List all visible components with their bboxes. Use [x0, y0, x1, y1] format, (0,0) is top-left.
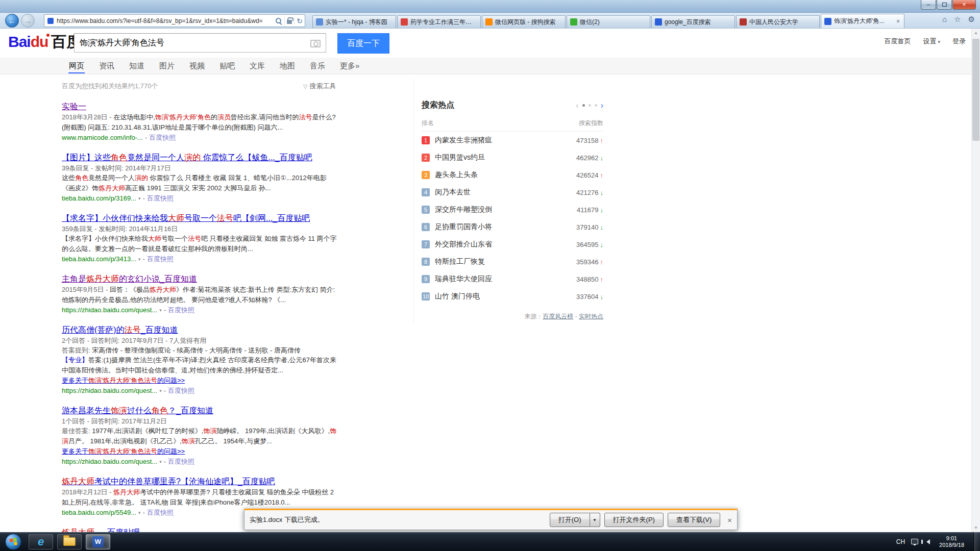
taskbar-ie-button[interactable]: e [29, 534, 53, 549]
link-baidu-home[interactable]: 百度首页 [884, 37, 911, 46]
baidu-search-button[interactable]: 百度一下 [337, 33, 389, 54]
search-icon[interactable] [275, 17, 282, 24]
baidu-logo[interactable]: Baidu百度 [8, 31, 82, 53]
browser-tab[interactable]: 微信网页版 - 搜狗搜索 [482, 15, 566, 28]
url-dropdown-icon[interactable]: ▾ [159, 305, 162, 315]
nav-tab-图片[interactable]: 图片 [159, 59, 175, 73]
hot-row[interactable]: 10山竹 澳门停电337604↓ [422, 288, 603, 305]
vertical-scrollbar[interactable]: ▲ ▼ [971, 29, 980, 532]
hot-keyword-link[interactable]: 山竹 澳门停电 [435, 292, 576, 301]
hot-keyword-link[interactable]: 内蒙发生非洲猪瘟 [435, 136, 576, 145]
hot-row[interactable]: 5深交所牛雕塑没倒411679↓ [422, 201, 603, 218]
taskbar-explorer-button[interactable] [57, 534, 82, 549]
nav-tab-音乐[interactable]: 音乐 [309, 59, 326, 73]
camera-icon[interactable] [310, 40, 321, 47]
open-dropdown-icon[interactable]: ▾ [590, 513, 600, 527]
browser-tab[interactable]: google_百度搜索 [651, 15, 735, 28]
nav-tab-网页[interactable]: 网页 [68, 59, 85, 73]
nav-tab-地图[interactable]: 地图 [279, 59, 296, 73]
baidu-snapshot-link[interactable]: 百度快照 [168, 457, 194, 467]
baidu-snapshot-link[interactable]: 百度快照 [147, 254, 174, 264]
nav-tab-文库[interactable]: 文库 [249, 59, 265, 73]
carousel-next-icon[interactable]: › [601, 102, 603, 110]
start-button[interactable] [5, 534, 21, 550]
hot-keyword-link[interactable]: 特斯拉工厂恢复 [435, 257, 576, 266]
link-login[interactable]: 登录 [952, 37, 966, 46]
browser-tab[interactable]: 药学专业工作满三年资格... [397, 15, 481, 28]
result-title-link[interactable]: 历代高僧(菩萨)的法号_百度知道 [62, 324, 337, 336]
carousel-dot[interactable] [589, 104, 591, 107]
hot-keyword-link[interactable]: 足协重罚国青小将 [435, 222, 576, 232]
browser-tab[interactable]: 中国人民公安大学 [736, 15, 820, 28]
address-bar[interactable]: https://www.baidu.com/s?ie=utf-8&f=8&rsv… [44, 14, 305, 27]
minimize-button[interactable]: – [921, 0, 936, 10]
result-title-link[interactable]: 炼丹大师考试中的伴兽草哪里弄?【沧海仙途吧】_百度贴吧 [62, 476, 337, 487]
tab-close-icon[interactable]: × [895, 18, 901, 25]
search-tools[interactable]: ▽ 搜索工具 [303, 82, 336, 91]
hot-keyword-link[interactable]: 中国男篮vs约旦 [435, 153, 576, 162]
url-dropdown-icon[interactable]: ▾ [138, 254, 141, 264]
browser-tab[interactable]: 饰演'炼丹大师'角...× [821, 14, 904, 28]
baidu-snapshot-link[interactable]: 百度快照 [168, 386, 194, 396]
baidu-snapshot-link[interactable]: 百度快照 [168, 305, 194, 315]
nav-tab-贴吧[interactable]: 贴吧 [219, 59, 235, 73]
close-button[interactable]: × [952, 0, 976, 10]
open-button[interactable]: 打开(O) [550, 513, 590, 527]
hot-keyword-link[interactable]: 闵乃本去世 [435, 188, 576, 197]
search-input[interactable]: 饰演'炼丹大师'角色法号 [74, 33, 326, 53]
open-folder-button[interactable]: 打开文件夹(P) [604, 513, 664, 527]
network-monitor-icon[interactable] [911, 539, 918, 544]
hot-keyword-link[interactable]: 外交部推介山东省 [435, 240, 576, 249]
link-realtime-hot[interactable]: 实时热点 [579, 313, 603, 320]
carousel-dot[interactable] [595, 104, 597, 107]
hot-keyword-link[interactable]: 趣头条上头条 [435, 170, 576, 180]
browser-tab[interactable]: 微信(2) [567, 15, 650, 28]
browser-tab[interactable]: 实验一* - hjqa - 博客园 [312, 15, 396, 28]
nav-tab-视频[interactable]: 视频 [189, 59, 205, 73]
address-text[interactable]: https://www.baidu.com/s?ie=utf-8&f=8&rsv… [57, 17, 275, 24]
hot-keyword-link[interactable]: 瑞典驻华大使回应 [435, 274, 576, 284]
hot-row[interactable]: 1内蒙发生非洲猪瘟473158↑ [422, 132, 603, 149]
hot-row[interactable]: 4闵乃本去世421276↓ [422, 184, 603, 201]
result-more-link[interactable]: 更多关于饰演'炼丹大师'角色法号的问题>> [62, 375, 337, 386]
refresh-icon[interactable]: ↻ [297, 17, 303, 24]
carousel-prev-icon[interactable]: ‹ [576, 102, 578, 110]
hot-row[interactable]: 9瑞典驻华大使回应348850↑ [422, 270, 603, 288]
nav-tab-资讯[interactable]: 资讯 [99, 59, 115, 73]
favorites-star-icon[interactable]: ☆ [954, 15, 961, 23]
baidu-snapshot-link[interactable]: 百度快照 [149, 133, 176, 143]
volume-icon[interactable] [926, 539, 930, 544]
result-title-link[interactable]: 实验一 [62, 101, 337, 112]
result-title-link[interactable]: 主角是炼丹大师的玄幻小说_百度知道 [62, 273, 337, 285]
result-title-link[interactable]: 游本昌老先生饰演过什么角色？_百度知道 [62, 405, 337, 416]
settings-gear-icon[interactable]: ⚙ [968, 15, 975, 23]
url-dropdown-icon[interactable]: ▾ [138, 193, 141, 204]
scroll-up-icon[interactable]: ▲ [972, 29, 980, 37]
result-title-link[interactable]: 【求名字】小伙伴们快来给我大师号取一个法号吧【剑网..._百度贴吧 [62, 213, 337, 224]
hot-row[interactable]: 2中国男篮vs约旦462962↓ [422, 149, 603, 166]
maximize-button[interactable] [937, 0, 952, 10]
scroll-down-icon[interactable]: ▼ [972, 523, 980, 532]
hot-row[interactable]: 7外交部推介山东省364595↓ [422, 236, 603, 253]
nav-tab-知道[interactable]: 知道 [129, 59, 145, 73]
hot-row[interactable]: 3趣头条上头条426524↑ [422, 166, 603, 184]
result-title-link[interactable]: 【图片】这些角色竟然是同一个人演的 你震惊了么【鲅鱼..._百度贴吧 [62, 152, 337, 163]
view-downloads-button[interactable]: 查看下载(V) [668, 513, 720, 527]
hot-row[interactable]: 8特斯拉工厂恢复359346↑ [422, 253, 603, 270]
nav-tab-更多»[interactable]: 更多» [339, 59, 360, 73]
back-button[interactable]: ← [5, 14, 19, 28]
result-more-link[interactable]: 更多关于饰演'炼丹大师'角色法号的问题>> [62, 446, 337, 457]
url-dropdown-icon[interactable]: ▾ [159, 457, 162, 467]
baidu-snapshot-link[interactable]: 百度快照 [147, 193, 174, 204]
link-settings[interactable]: 设置▾ [923, 37, 940, 46]
url-dropdown-icon[interactable]: ▾ [159, 386, 162, 396]
link-fengyunbang[interactable]: 百度风云榜 [543, 313, 573, 320]
taskbar-clock[interactable]: 9:01 2018/9/18 [936, 535, 967, 548]
scrollbar-thumb[interactable] [972, 39, 979, 141]
show-desktop-button[interactable] [973, 532, 980, 551]
forward-button[interactable]: → [21, 14, 35, 28]
dismiss-download-icon[interactable]: × [727, 516, 732, 524]
url-dropdown-icon[interactable]: ▾ [138, 508, 141, 518]
taskbar-word-button[interactable]: W [86, 534, 110, 549]
hot-row[interactable]: 6足协重罚国青小将379140↓ [422, 218, 603, 236]
